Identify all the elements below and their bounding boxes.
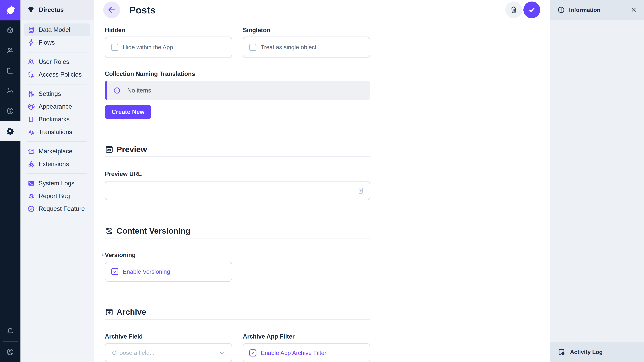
bookmark-icon — [28, 116, 35, 123]
archive-app-filter-label: Archive App Filter — [243, 333, 370, 340]
main-area: Posts — [94, 0, 550, 362]
save-button[interactable] — [524, 1, 540, 18]
sidebar-item-system-logs[interactable]: System Logs — [24, 177, 90, 190]
sidebar-item-bookmarks[interactable]: Bookmarks — [24, 113, 90, 126]
singleton-checkbox[interactable] — [250, 44, 256, 51]
enable-versioning-checkbox[interactable] — [111, 268, 118, 275]
sidebar-divider — [27, 84, 87, 84]
archive-field-select[interactable]: Choose a field... — [105, 343, 232, 362]
sidebar-item-report-bug[interactable]: Report Bug — [24, 190, 90, 202]
module-files[interactable] — [0, 61, 20, 81]
activity-log-icon — [557, 348, 566, 356]
sidebar-item-label: Extensions — [38, 161, 69, 168]
info-sidebar: Information Activity Log — [550, 0, 644, 362]
sidebar-item-settings[interactable]: Settings — [24, 87, 90, 100]
enable-versioning-label[interactable]: Enable Versioning — [123, 268, 170, 275]
insights-icon — [6, 87, 14, 95]
naming-translations-label: Collection Naming Translations — [105, 70, 370, 78]
sidebar-item-request-feature[interactable]: Request Feature — [24, 202, 90, 215]
sidebar-item-label: Translations — [38, 129, 72, 136]
gear-icon — [6, 127, 14, 135]
terminal-icon — [28, 180, 35, 187]
sidebar-item-label: User Roles — [38, 58, 69, 65]
verified-icon — [28, 205, 35, 213]
directus-logo[interactable] — [0, 0, 20, 20]
notifications-button[interactable] — [0, 321, 20, 341]
bolt-icon — [28, 39, 35, 46]
versioning-toggle-field: Enable Versioning — [105, 262, 232, 282]
archive-section-title: Archive — [116, 307, 146, 317]
section-divider — [105, 238, 370, 239]
rabbit-icon — [4, 4, 16, 16]
translate-icon — [28, 128, 35, 136]
sidebar-item-label: Bookmarks — [38, 116, 70, 123]
settings-sidebar: Directus Data ModelFlowsUser RolesAccess… — [20, 0, 94, 362]
info-icon — [113, 87, 120, 94]
info-circle-icon — [557, 6, 565, 14]
folder-icon — [6, 67, 14, 75]
sidebar-item-appearance[interactable]: Appearance — [24, 100, 90, 113]
versioning-section-title: Content Versioning — [116, 226, 190, 236]
module-help[interactable] — [0, 101, 20, 121]
hidden-checkbox[interactable] — [111, 44, 118, 51]
section-divider — [105, 156, 370, 157]
archive-field-label: Archive Field — [105, 333, 232, 340]
sidebar-item-marketplace[interactable]: Marketplace — [24, 145, 90, 158]
preview-url-field — [105, 181, 370, 200]
sidebar-item-data-model[interactable]: Data Model — [24, 23, 90, 36]
sidebar-item-extensions[interactable]: Extensions — [24, 158, 90, 170]
singleton-field-label: Singleton — [243, 26, 370, 34]
shapes-icon — [28, 160, 35, 168]
account-button[interactable] — [0, 342, 20, 362]
module-settings[interactable] — [0, 121, 20, 141]
module-users[interactable] — [0, 40, 20, 61]
no-items-notice: No items — [105, 81, 370, 100]
avatar-icon — [6, 348, 14, 356]
help-icon — [6, 107, 14, 115]
delete-button[interactable] — [505, 1, 522, 18]
back-button[interactable] — [103, 1, 120, 18]
user-roles-icon — [28, 58, 35, 65]
sidebar-item-access-policies[interactable]: Access Policies — [24, 68, 90, 81]
enable-app-archive-filter-checkbox[interactable] — [250, 350, 256, 357]
enable-app-archive-filter-label[interactable]: Enable App Archive Filter — [261, 350, 326, 356]
sidebar-item-user-roles[interactable]: User Roles — [24, 55, 90, 68]
chevron-down-icon — [218, 349, 226, 357]
hidden-checkbox-label[interactable]: Hide within the App — [123, 44, 173, 51]
sidebar-item-translations[interactable]: Translations — [24, 126, 90, 138]
archive-icon — [105, 308, 114, 317]
close-sidebar-button[interactable] — [630, 6, 637, 13]
sidebar-item-label: System Logs — [38, 180, 74, 187]
no-items-text: No items — [127, 87, 151, 94]
arrow-left-icon — [107, 5, 116, 14]
hidden-toggle-field: Hide within the App — [105, 36, 232, 58]
sidebar-item-label: Appearance — [38, 103, 72, 110]
sidebar-item-label: Access Policies — [38, 71, 82, 78]
sidebar-item-label: Marketplace — [38, 148, 72, 155]
archive-app-filter-field: Enable App Archive Filter — [243, 343, 370, 362]
project-bar[interactable]: Directus — [20, 0, 94, 20]
module-content[interactable] — [0, 20, 20, 40]
sidebar-item-label: Report Bug — [38, 193, 70, 200]
module-insights[interactable] — [0, 81, 20, 101]
hidden-field-label: Hidden — [105, 26, 232, 34]
cube-icon — [6, 26, 14, 34]
singleton-checkbox-label[interactable]: Treat as single object — [261, 44, 316, 51]
singleton-toggle-field: Treat as single object — [243, 36, 370, 58]
collection-settings-form: Hidden Singleton Hide within the App Tre… — [105, 26, 370, 362]
archive-field-placeholder: Choose a field... — [112, 350, 218, 356]
sidebar-item-flows[interactable]: Flows — [24, 36, 90, 49]
sidebar-item-label: Data Model — [38, 26, 70, 33]
section-divider — [105, 319, 370, 320]
create-new-button[interactable]: Create New — [105, 105, 151, 119]
activity-log-button[interactable]: Activity Log — [550, 342, 644, 362]
sidebar-divider — [27, 141, 87, 142]
preview-url-input[interactable] — [112, 187, 357, 194]
bug-icon — [28, 192, 35, 200]
add-box-icon[interactable] — [357, 187, 364, 195]
shield-icon — [28, 71, 35, 78]
project-name: Directus — [39, 6, 64, 13]
preview-icon — [105, 145, 114, 154]
activity-log-label: Activity Log — [570, 349, 603, 355]
sidebar-item-label: Flows — [38, 39, 55, 46]
